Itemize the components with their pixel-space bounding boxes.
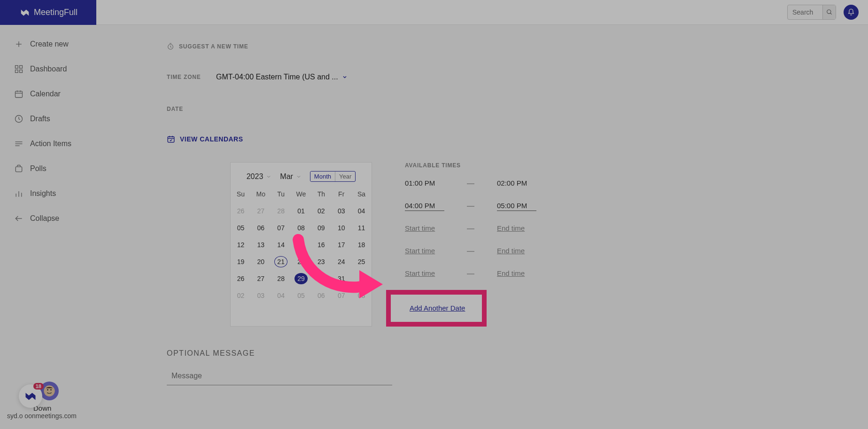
date-time-row: 2023 Mar Month Year SuMoTuWeThFrSa262728… — [167, 162, 868, 327]
nav-drafts[interactable]: Drafts — [0, 106, 96, 131]
notification-badge[interactable]: 18 — [19, 384, 42, 408]
calendar-day[interactable]: 20 — [251, 258, 271, 265]
calendar-day[interactable]: 27 — [251, 207, 271, 215]
nav-dashboard[interactable]: Dashboard — [0, 56, 96, 81]
calendar-day[interactable]: 23 — [311, 258, 331, 265]
toggle-month[interactable]: Month — [310, 172, 335, 181]
calendar-day[interactable]: 12 — [231, 241, 251, 249]
calendar-month-select[interactable]: Mar — [280, 172, 302, 181]
nav-calendar[interactable]: Calendar — [0, 81, 96, 106]
search-input[interactable] — [788, 6, 822, 19]
calendar-day[interactable]: 03 — [251, 292, 271, 299]
chevron-down-icon — [266, 174, 271, 179]
calendar-dow: Tu — [271, 190, 291, 198]
chevron-down-icon — [296, 174, 302, 179]
calendar-day[interactable]: 29 — [291, 275, 311, 282]
calendar-day[interactable]: 15 — [291, 241, 311, 249]
app-name: MeetingFull — [34, 8, 78, 17]
view-calendars-link[interactable]: VIEW CALENDARS — [167, 135, 868, 143]
calendar-day[interactable]: 10 — [331, 224, 351, 232]
calendar-day[interactable]: 06 — [311, 292, 331, 299]
end-time-field[interactable]: 05:00 PM — [497, 202, 536, 211]
calendar-day[interactable]: 11 — [351, 224, 372, 232]
calendar-day[interactable]: 03 — [331, 207, 351, 215]
search-icon — [826, 9, 833, 16]
calendar-day[interactable]: 31 — [331, 275, 351, 282]
calendar-day[interactable]: 24 — [331, 258, 351, 265]
start-time-field[interactable]: 04:00 PM — [405, 202, 444, 211]
time-dash: — — [467, 225, 474, 233]
nav-insights[interactable]: Insights — [0, 181, 96, 206]
nav-polls[interactable]: Polls — [0, 156, 96, 181]
app-logo[interactable]: MeetingFull — [0, 0, 96, 25]
calendar-day[interactable]: 16 — [311, 241, 331, 249]
end-time-field[interactable]: End time — [497, 269, 536, 279]
toggle-year[interactable]: Year — [335, 172, 355, 181]
calendar-day[interactable]: 30 — [311, 275, 331, 282]
optional-message-label: OPTIONAL MESSAGE — [167, 349, 868, 358]
calendar-day[interactable]: 26 — [231, 207, 251, 215]
nav-action-items[interactable]: Action Items — [0, 131, 96, 156]
calendar-day[interactable]: 08 — [351, 292, 372, 299]
calendar-day[interactable]: 08 — [291, 224, 311, 232]
calendar-year-select[interactable]: 2023 — [247, 172, 272, 181]
timezone-select[interactable]: GMT-04:00 Eastern Time (US and ... — [216, 73, 348, 81]
user-area: 18 Down syd.o oonmeetings.com — [7, 382, 77, 420]
calendar-day[interactable]: 19 — [231, 258, 251, 265]
calendar-day[interactable]: 02 — [311, 207, 331, 215]
calendar-dow: Mo — [251, 190, 271, 198]
chevron-down-icon — [342, 74, 348, 80]
svg-rect-2 — [16, 65, 18, 68]
notifications-button[interactable] — [844, 5, 859, 20]
calendar-dow: Su — [231, 190, 251, 198]
calendar-day[interactable]: 18 — [351, 241, 372, 249]
calendar-day[interactable]: 22 — [291, 258, 311, 265]
calendar-dow: Th — [311, 190, 331, 198]
calendar-day[interactable]: 07 — [271, 224, 291, 232]
available-times: AVAILABLE TIMES 01:00 PM—02:00 PM04:00 P… — [405, 162, 536, 327]
add-another-date-link[interactable]: Add Another Date — [410, 304, 465, 312]
svg-rect-5 — [20, 70, 23, 72]
end-time-field[interactable]: 02:00 PM — [497, 179, 536, 188]
search-box[interactable] — [787, 5, 836, 20]
calendar-day[interactable]: 02 — [231, 292, 251, 299]
calendar-day[interactable]: 14 — [271, 241, 291, 249]
calendar-day[interactable]: 17 — [331, 241, 351, 249]
calendar-day[interactable]: 05 — [231, 224, 251, 232]
calendar-dow: Sa — [351, 190, 372, 198]
calendar-day[interactable]: 21 — [271, 258, 291, 265]
start-time-field[interactable]: Start time — [405, 247, 444, 256]
calendar-day[interactable]: 04 — [271, 292, 291, 299]
svg-rect-6 — [16, 91, 23, 97]
calendar-check-icon — [167, 135, 175, 143]
calendar-day[interactable]: 06 — [251, 224, 271, 232]
calendar-day[interactable]: 07 — [331, 292, 351, 299]
calendar-day[interactable]: 09 — [311, 224, 331, 232]
calendar-view-toggle[interactable]: Month Year — [310, 171, 356, 182]
timezone-row: TIME ZONE GMT-04:00 Eastern Time (US and… — [167, 73, 868, 81]
search-button[interactable] — [822, 5, 836, 19]
svg-point-21 — [50, 389, 52, 390]
calendar-day[interactable]: 28 — [271, 207, 291, 215]
start-time-field[interactable]: 01:00 PM — [405, 179, 444, 188]
time-row: 01:00 PM—02:00 PM — [405, 179, 536, 188]
calendar-day[interactable]: 04 — [351, 207, 372, 215]
clock-icon — [167, 43, 174, 50]
calendar-day[interactable]: 28 — [271, 275, 291, 282]
start-time-field[interactable]: Start time — [405, 269, 444, 279]
end-time-field[interactable]: End time — [497, 247, 536, 256]
nav-create-new[interactable]: Create new — [0, 31, 96, 56]
message-input[interactable] — [167, 367, 392, 385]
end-time-field[interactable]: End time — [497, 224, 536, 234]
logo-mark-icon — [24, 390, 37, 403]
start-time-field[interactable]: Start time — [405, 224, 444, 234]
nav-collapse[interactable]: Collapse — [0, 206, 96, 231]
calendar-day[interactable]: 13 — [251, 241, 271, 249]
svg-line-23 — [830, 13, 831, 15]
calendar-day[interactable]: 27 — [251, 275, 271, 282]
time-row: Start time—End time — [405, 247, 536, 256]
calendar-day[interactable]: 26 — [231, 275, 251, 282]
calendar-day[interactable]: 05 — [291, 292, 311, 299]
calendar-day[interactable]: 25 — [351, 258, 372, 265]
calendar-day[interactable]: 01 — [291, 207, 311, 215]
